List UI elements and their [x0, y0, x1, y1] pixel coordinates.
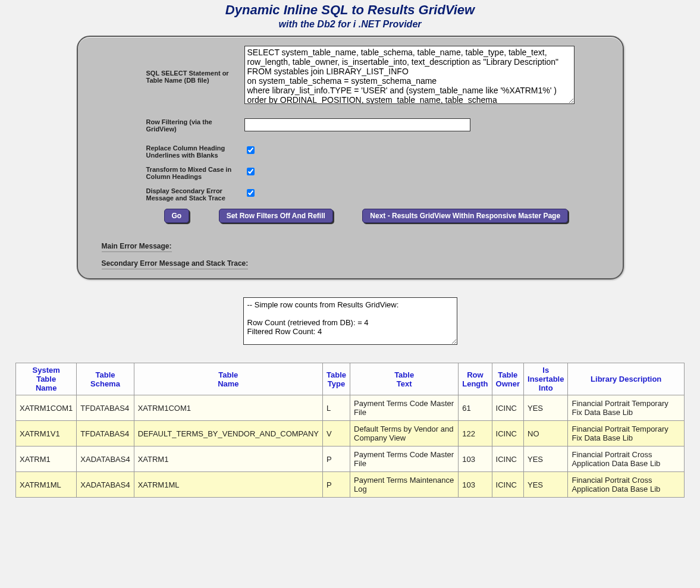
column-header[interactable]: TableOwner — [492, 363, 523, 395]
cell-table-type: L — [323, 395, 350, 421]
cell-table-text: Default Terms by Vendor and Company View — [350, 421, 459, 446]
cell-table-name: XATRM1 — [134, 446, 322, 472]
column-header[interactable]: SystemTableName — [16, 363, 77, 395]
cell-table-name: XATRM1ML — [134, 472, 322, 498]
column-header[interactable]: TableText — [350, 363, 459, 395]
cell-table-schema: TFDATABAS4 — [77, 421, 134, 446]
row-info-box[interactable]: -- Simple row counts from Results GridVi… — [243, 297, 457, 345]
cell-table-text: Payment Terms Code Master File — [350, 446, 459, 472]
row-filter-input[interactable] — [244, 118, 470, 131]
cell-row-length: 122 — [459, 421, 492, 446]
next-button[interactable]: Next - Results GridView Within Responsiv… — [362, 209, 568, 223]
chk-replace[interactable] — [247, 146, 255, 154]
chk-stack-label: Display Secondary Error Message and Stac… — [90, 187, 244, 202]
chk-mixed[interactable] — [247, 168, 255, 175]
page-title: Dynamic Inline SQL to Results GridView — [0, 2, 700, 18]
column-header[interactable]: RowLength — [459, 363, 492, 395]
sql-input[interactable]: SELECT system_table_name, table_schema, … — [244, 46, 575, 104]
cell-table-owner: ICINC — [492, 472, 523, 498]
table-row: XATRM1XADATABAS4XATRM1PPayment Terms Cod… — [16, 446, 685, 472]
cell-is-insertable-into: NO — [524, 421, 568, 446]
cell-table-type: P — [323, 472, 350, 498]
cell-system-table-name: XATRM1COM1 — [16, 395, 77, 421]
chk-mixed-label: Transform to Mixed Case in Column Headin… — [90, 166, 244, 180]
cell-table-owner: ICINC — [492, 446, 523, 472]
cell-table-schema: XADATABAS4 — [77, 446, 134, 472]
form-panel: SQL SELECT Statement or Table Name (DB f… — [77, 36, 624, 279]
cell-table-type: P — [323, 446, 350, 472]
cell-library-description: Financial Portrait Temporary Fix Data Ba… — [568, 395, 685, 421]
cell-library-description: Financial Portrait Temporary Fix Data Ba… — [568, 421, 685, 446]
cell-system-table-name: XATRM1 — [16, 446, 77, 472]
column-header[interactable]: IsInsertableInto — [524, 363, 568, 395]
cell-table-text: Payment Terms Maintenance Log — [350, 472, 459, 498]
cell-table-owner: ICINC — [492, 421, 523, 446]
cell-is-insertable-into: YES — [524, 472, 568, 498]
cell-system-table-name: XATRM1ML — [16, 472, 77, 498]
cell-library-description: Financial Portrait Cross Application Dat… — [568, 472, 685, 498]
chk-stack[interactable] — [247, 189, 255, 197]
cell-row-length: 103 — [459, 472, 492, 498]
column-header[interactable]: TableSchema — [77, 363, 134, 395]
cell-table-owner: ICINC — [492, 395, 523, 421]
cell-row-length: 103 — [459, 446, 492, 472]
cell-table-schema: XADATABAS4 — [77, 472, 134, 498]
secondary-error-label: Secondary Error Message and Stack Trace: — [102, 259, 249, 269]
cell-system-table-name: XATRM1V1 — [16, 421, 77, 446]
page-subtitle: with the Db2 for i .NET Provider — [0, 19, 700, 30]
cell-library-description: Financial Portrait Cross Application Dat… — [568, 446, 685, 472]
cell-table-type: V — [323, 421, 350, 446]
column-header[interactable]: TableName — [134, 363, 322, 395]
set-row-filters-button[interactable]: Set Row Filters Off And Refill — [219, 209, 333, 223]
cell-is-insertable-into: YES — [524, 446, 568, 472]
sql-label: SQL SELECT Statement or Table Name (DB f… — [90, 46, 244, 84]
row-filter-label: Row Filtering (via the GridView) — [90, 118, 244, 133]
results-grid: SystemTableNameTableSchemaTableNameTable… — [15, 363, 685, 498]
chk-replace-label: Replace Column Heading Underlines with B… — [90, 144, 244, 159]
cell-table-text: Payment Terms Code Master File — [350, 395, 459, 421]
table-row: XATRM1MLXADATABAS4XATRM1MLPPayment Terms… — [16, 472, 685, 498]
table-row: XATRM1V1TFDATABAS4DEFAULT_TERMS_BY_VENDO… — [16, 421, 685, 446]
cell-table-schema: TFDATABAS4 — [77, 395, 134, 421]
cell-row-length: 61 — [459, 395, 492, 421]
column-header[interactable]: Library Description — [568, 363, 685, 395]
cell-table-name: XATRM1COM1 — [134, 395, 322, 421]
table-row: XATRM1COM1TFDATABAS4XATRM1COM1LPayment T… — [16, 395, 685, 421]
column-header[interactable]: TableType — [323, 363, 350, 395]
cell-is-insertable-into: YES — [524, 395, 568, 421]
cell-table-name: DEFAULT_TERMS_BY_VENDOR_AND_COMPANY — [134, 421, 322, 446]
main-error-label: Main Error Message: — [102, 242, 172, 252]
go-button[interactable]: Go — [164, 209, 190, 223]
